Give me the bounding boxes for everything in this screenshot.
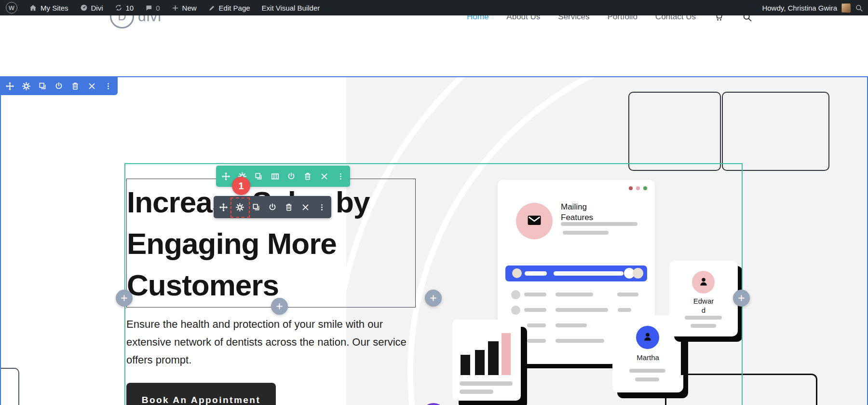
- section-border-top: [0, 76, 868, 77]
- placeholder-bar: [617, 293, 638, 296]
- window-dots: [629, 186, 647, 190]
- placeholder-bar: [618, 308, 631, 312]
- site-header: D divi Home About Us Services Portfolio …: [0, 15, 868, 34]
- placeholder-bar: [460, 381, 513, 386]
- pencil-icon: [208, 4, 216, 12]
- howdy-user-menu[interactable]: Howdy, Christina Gwira: [762, 4, 837, 12]
- updates-menu[interactable]: 10: [115, 4, 134, 12]
- columns-icon[interactable]: [267, 166, 283, 187]
- connector-line: [665, 397, 666, 405]
- close-icon[interactable]: [316, 166, 332, 187]
- save-icon[interactable]: [264, 196, 281, 218]
- plus-icon: [737, 294, 746, 302]
- divi-admin-menu[interactable]: Divi: [80, 4, 103, 12]
- placeholder-bar: [556, 308, 608, 312]
- mail-icon-circle: [516, 203, 553, 239]
- team-member-name: Martha: [612, 353, 683, 362]
- plus-icon: [429, 294, 437, 302]
- duplicate-icon[interactable]: [34, 77, 51, 95]
- placeholder-bar: [460, 390, 493, 394]
- wp-admin-bar: W My Sites Divi 10 0 New: [0, 0, 868, 15]
- placeholder-bar: [524, 308, 546, 312]
- window-dot-green: [643, 186, 647, 190]
- envelope-icon: [526, 212, 542, 230]
- team-card-edward: Edward: [669, 261, 738, 336]
- move-icon[interactable]: [1, 77, 18, 95]
- placeholder-bar: [685, 316, 722, 320]
- list-bullet: [511, 290, 520, 299]
- comments-menu[interactable]: 0: [145, 4, 160, 12]
- team-member-name: Edward: [692, 296, 715, 315]
- admin-bar-left: W My Sites Divi 10 0 New: [0, 2, 320, 14]
- close-icon[interactable]: [297, 196, 313, 218]
- connector-line: [688, 374, 817, 405]
- move-icon[interactable]: [215, 196, 231, 218]
- exit-visual-builder-button[interactable]: Exit Visual Builder: [262, 4, 320, 12]
- plus-icon: [172, 4, 179, 12]
- save-icon[interactable]: [51, 77, 67, 95]
- placeholder-bar: [556, 339, 604, 343]
- list-bullet: [511, 306, 520, 315]
- placeholder-bar: [629, 369, 665, 373]
- section-toolbar: [0, 77, 118, 95]
- divi-visual-builder-screen: Mailing Features: [0, 0, 868, 405]
- refresh-icon: [115, 4, 122, 12]
- illustration-outline-box: [0, 368, 19, 405]
- placeholder-bar: [556, 293, 593, 296]
- mailing-card-title: Mailing Features: [561, 202, 607, 223]
- placeholder-bar: [525, 271, 547, 276]
- gauge-icon: [80, 4, 88, 12]
- placeholder-bar: [554, 271, 624, 276]
- add-module-button[interactable]: [116, 290, 133, 307]
- settings-gear-icon[interactable]: [18, 77, 34, 95]
- chart-bar: [461, 355, 470, 375]
- wordpress-logo-icon[interactable]: W: [6, 2, 17, 14]
- plus-icon: [275, 302, 284, 310]
- avatar-circle: [692, 271, 715, 293]
- section-border-left: [0, 76, 1, 405]
- book-appointment-button[interactable]: Book An Appointment: [126, 383, 276, 405]
- trash-icon[interactable]: [281, 196, 297, 218]
- placeholder-bar: [556, 323, 587, 327]
- user-avatar[interactable]: [841, 3, 851, 13]
- move-icon[interactable]: [217, 166, 234, 187]
- add-module-button[interactable]: [271, 298, 288, 315]
- placeholder-bar: [691, 324, 716, 328]
- more-options-icon[interactable]: [332, 166, 349, 187]
- hero-body-text: Ensure the health and protection of your…: [126, 315, 425, 369]
- duplicate-icon[interactable]: [248, 196, 264, 218]
- illustration-outline-box: [628, 92, 721, 171]
- admin-search-icon[interactable]: [855, 4, 863, 12]
- placeholder-bar: [524, 293, 546, 296]
- window-dot-red: [629, 186, 633, 190]
- more-options-icon[interactable]: [313, 196, 330, 218]
- settings-gear-icon-highlighted[interactable]: [231, 196, 248, 218]
- plus-icon: [120, 294, 128, 302]
- placeholder-bar: [527, 339, 546, 343]
- chart-bar: [475, 350, 485, 375]
- illustration-outline-box: [722, 92, 829, 171]
- avatar-circle: [636, 326, 659, 349]
- step-badge: 1: [232, 177, 250, 195]
- progress-toggle-bar: [505, 265, 647, 281]
- close-icon[interactable]: [83, 77, 100, 95]
- duplicate-icon[interactable]: [250, 166, 267, 187]
- module-toolbar: [214, 196, 331, 218]
- bar-knob: [512, 268, 522, 278]
- admin-bar-right: Howdy, Christina Gwira: [762, 0, 863, 15]
- chart-bar-pink: [502, 333, 511, 375]
- trash-icon[interactable]: [299, 166, 316, 187]
- add-module-button[interactable]: [733, 290, 750, 307]
- comment-icon: [145, 4, 152, 12]
- my-sites-menu[interactable]: My Sites: [29, 4, 68, 12]
- chart-bar: [488, 341, 499, 375]
- add-module-button[interactable]: [425, 290, 442, 307]
- house-icon: [29, 4, 37, 12]
- more-options-icon[interactable]: [100, 77, 116, 95]
- placeholder-bar: [635, 377, 659, 381]
- edit-page-menu[interactable]: Edit Page: [208, 4, 250, 12]
- trash-icon[interactable]: [67, 77, 83, 95]
- save-icon[interactable]: [283, 166, 299, 187]
- placeholder-bar: [563, 231, 609, 235]
- new-content-menu[interactable]: New: [172, 4, 197, 12]
